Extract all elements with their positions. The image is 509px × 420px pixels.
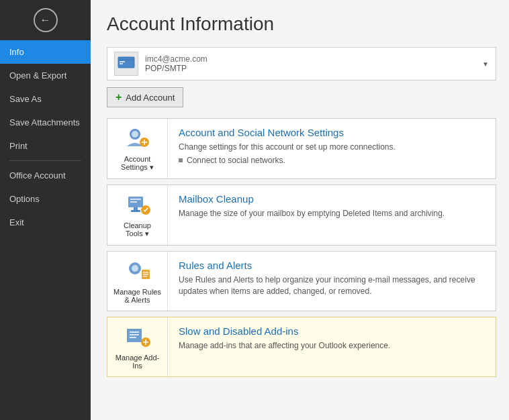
rules-alerts-title: Rules and Alerts xyxy=(179,260,485,271)
add-icon: + xyxy=(115,91,122,103)
sidebar-nav: Info Open & Export Save As Save Attachme… xyxy=(0,40,91,420)
account-icon xyxy=(114,52,138,76)
cleanup-tools-section: Cleanup Tools ▾ Mailbox Cleanup Manage t… xyxy=(107,185,496,246)
sidebar-item-print[interactable]: Print xyxy=(0,134,91,158)
sidebar-item-exit[interactable]: Exit xyxy=(0,211,91,234)
cleanup-tools-title: Mailbox Cleanup xyxy=(179,193,485,205)
svg-point-16 xyxy=(132,265,138,272)
account-settings-label: Account Settings ▾ xyxy=(121,155,154,172)
sidebar: ← Info Open & Export Save As Save Attach… xyxy=(0,0,91,420)
sidebar-item-open-export[interactable]: Open & Export xyxy=(0,64,91,87)
add-account-button[interactable]: + Add Account xyxy=(107,87,183,107)
rules-alerts-desc: Use Rules and Alerts to help organize yo… xyxy=(179,274,485,297)
manage-addins-icon-button[interactable]: Manage Add- Ins xyxy=(107,317,168,376)
sidebar-item-options[interactable]: Options xyxy=(0,187,91,211)
page-title: Account Information xyxy=(107,13,493,35)
svg-rect-12 xyxy=(134,207,138,210)
account-selector[interactable]: imc4@acme.com POP/SMTP ▼ xyxy=(107,47,496,81)
back-circle-icon[interactable]: ← xyxy=(34,8,58,32)
account-info: imc4@acme.com POP/SMTP xyxy=(145,54,477,73)
sidebar-item-save-attachments[interactable]: Save Attachments xyxy=(0,111,91,134)
svg-rect-10 xyxy=(130,199,141,200)
manage-addins-section: Manage Add- Ins Slow and Disabled Add-in… xyxy=(107,317,496,377)
sidebar-item-info[interactable]: Info xyxy=(0,40,91,64)
svg-rect-13 xyxy=(131,210,140,212)
svg-rect-3 xyxy=(120,63,123,64)
manage-addins-title: Slow and Disabled Add-ins xyxy=(179,325,485,337)
sidebar-divider xyxy=(9,160,81,161)
cleanup-tools-content: Mailbox Cleanup Manage the size of your … xyxy=(168,185,496,245)
manage-addins-content: Slow and Disabled Add-ins Manage add-ins… xyxy=(168,317,496,376)
bullet-icon xyxy=(179,158,183,162)
account-type: POP/SMTP xyxy=(145,64,477,73)
svg-rect-11 xyxy=(130,201,137,203)
cleanup-tools-icon xyxy=(124,192,151,217)
svg-rect-2 xyxy=(120,61,125,62)
account-dropdown-arrow[interactable]: ▼ xyxy=(482,60,489,68)
main-content: Account Information imc4@acme.com POP/SM… xyxy=(91,0,509,420)
rules-alerts-label: Manage Rules & Alerts xyxy=(113,288,161,304)
cleanup-tools-label: Cleanup Tools ▾ xyxy=(124,221,151,238)
svg-point-5 xyxy=(132,131,138,138)
cleanup-tools-icon-button[interactable]: Cleanup Tools ▾ xyxy=(107,185,168,245)
svg-rect-21 xyxy=(127,329,142,342)
account-settings-content: Account and Social Network Settings Chan… xyxy=(168,119,496,178)
sidebar-item-save-as[interactable]: Save As xyxy=(0,87,91,111)
back-button[interactable]: ← xyxy=(0,0,91,40)
account-email: imc4@acme.com xyxy=(145,54,477,64)
account-settings-desc: Change settings for this account or set … xyxy=(179,142,485,153)
account-settings-section: Account Settings ▾ Account and Social Ne… xyxy=(107,118,496,179)
account-settings-icon-button[interactable]: Account Settings ▾ xyxy=(107,119,168,178)
manage-addins-desc: Manage add-ins that are affecting your O… xyxy=(179,340,485,352)
rules-alerts-content: Rules and Alerts Use Rules and Alerts to… xyxy=(168,252,496,311)
rules-alerts-icon xyxy=(124,258,151,284)
cleanup-tools-desc: Manage the size of your mailbox by empty… xyxy=(179,208,485,219)
manage-addins-label: Manage Add- Ins xyxy=(115,354,159,370)
manage-addins-icon xyxy=(124,324,151,350)
rules-alerts-icon-button[interactable]: Manage Rules & Alerts xyxy=(107,252,168,311)
account-settings-icon xyxy=(124,125,151,151)
sidebar-item-office-account[interactable]: Office Account xyxy=(0,164,91,187)
account-settings-title: Account and Social Network Settings xyxy=(179,127,485,138)
account-settings-sub: Connect to social networks. xyxy=(179,156,485,165)
rules-alerts-section: Manage Rules & Alerts Rules and Alerts U… xyxy=(107,251,496,311)
